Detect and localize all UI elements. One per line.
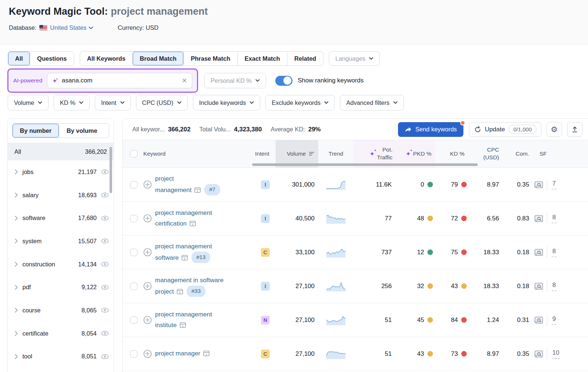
row-checkbox[interactable] [130,249,137,256]
keyword-link[interactable]: projectmanagement#7 [155,174,220,195]
row-checkbox[interactable] [130,283,137,290]
sidebar-item-software[interactable]: software 17,680 [8,206,114,230]
chevron-right-icon[interactable] [15,238,18,244]
update-button[interactable]: Update 0/1,000 [469,122,541,137]
tab-related[interactable]: Related [287,52,323,65]
sidebar-item-system[interactable]: system 15,507 [8,230,114,253]
filter-exclude-keywords[interactable]: Exclude keywords [265,95,335,110]
sidebar-item-salary[interactable]: salary 18,693 [8,184,114,207]
serp-page-icon[interactable] [180,322,186,328]
serp-preview-icon[interactable] [534,181,543,188]
add-keyword-icon[interactable] [143,316,152,324]
filter-advanced-filters[interactable]: Advanced filters [340,95,404,110]
serp-page-icon[interactable] [177,289,183,294]
chevron-right-icon[interactable] [15,262,18,267]
settings-button[interactable]: ⚙ [546,122,562,137]
chevron-right-icon[interactable] [15,216,18,221]
keyword-link[interactable]: project managementcertification [155,208,212,228]
personal-kd-dropdown[interactable]: Personal KD % [204,73,266,88]
sf-count[interactable]: 8 [552,281,556,291]
trend-sparkline [326,213,346,224]
sidebar-item-course[interactable]: course 8,065 [8,299,114,322]
column-com[interactable]: Com. [508,140,534,167]
filter-kd-[interactable]: KD % [54,95,90,110]
show-ranking-keywords-toggle[interactable] [275,76,293,86]
eye-icon[interactable] [101,354,109,359]
sidebar-item-certificate[interactable]: certificate 8,054 [8,322,114,345]
group-list: jobs 21,197 salary 18,693 software 17,68… [8,160,114,368]
sf-count[interactable]: 8 [552,214,556,223]
filter-volume[interactable]: Volume [8,95,49,110]
sidebar-item-tool[interactable]: tool 8,051 [8,345,114,368]
languages-dropdown[interactable]: Languages [329,51,380,66]
tab-all[interactable]: All [8,52,30,65]
eye-icon[interactable] [101,285,109,290]
domain-input[interactable]: asana.com ✕ [47,73,192,88]
keyword-link[interactable]: project managementsoftware#13 [155,241,212,263]
add-keyword-icon[interactable] [143,180,152,189]
serp-preview-icon[interactable] [534,283,543,290]
sidebar-item-jobs[interactable]: jobs 21,197 [8,160,114,184]
sf-cell: 9 [534,314,582,326]
sidebar-scrollbar[interactable] [110,147,112,193]
tab-phrase-match[interactable]: Phrase Match [183,52,237,65]
sidebar-tab-by-volume[interactable]: By volume [59,124,104,138]
select-all-checkbox[interactable] [130,150,137,157]
serp-page-icon[interactable] [203,351,209,356]
row-checkbox[interactable] [130,316,137,324]
serp-preview-icon[interactable] [534,215,543,222]
serp-page-icon[interactable] [194,187,201,193]
keyword-link[interactable]: management in softwareproject#33 [155,275,223,297]
row-checkbox[interactable] [130,215,137,222]
sidebar-tab-by-number[interactable]: By number [12,124,59,138]
horizontal-scrollbar[interactable] [252,163,478,166]
chevron-right-icon[interactable] [15,285,18,290]
column-keyword[interactable]: Keyword [143,140,255,167]
add-keyword-icon[interactable] [143,214,152,223]
sidebar-item-pdf[interactable]: pdf 9,122 [8,276,114,299]
serp-page-icon[interactable] [190,221,196,226]
add-keyword-icon[interactable] [143,350,152,358]
sf-count[interactable]: 7 [552,180,556,189]
database-selector[interactable]: United States [50,24,86,31]
sidebar-item-all[interactable]: All 366,202 [8,143,114,160]
chevron-right-icon[interactable] [15,169,18,174]
chevron-right-icon[interactable] [15,192,18,198]
tab-exact-match[interactable]: Exact Match [237,52,287,65]
eye-icon[interactable] [101,192,109,198]
eye-icon[interactable] [101,331,109,336]
sf-count[interactable]: 8 [552,248,556,257]
serp-page-icon[interactable] [182,255,188,261]
eye-icon[interactable] [101,308,109,313]
tab-questions[interactable]: Questions [30,52,74,65]
add-keyword-icon[interactable] [143,282,152,290]
serp-preview-icon[interactable] [534,316,543,324]
chevron-right-icon[interactable] [15,331,18,336]
chevron-right-icon[interactable] [15,354,18,359]
filter-cpc-usd-[interactable]: CPC (USD) [136,95,188,110]
keyword-link[interactable]: project manager [155,348,209,359]
serp-preview-icon[interactable] [534,249,543,256]
sidebar-item-construction[interactable]: construction 14,134 [8,253,114,276]
add-keyword-icon[interactable] [143,248,152,256]
filter-intent[interactable]: Intent [95,95,130,110]
eye-icon[interactable] [101,238,109,244]
eye-icon[interactable] [101,169,109,174]
tab-all-keywords[interactable]: All Keywords [80,52,133,65]
eye-icon[interactable] [101,216,109,221]
send-keywords-button[interactable]: Send keywords [398,122,463,137]
sf-count[interactable]: 10 [552,349,560,359]
filter-include-keywords[interactable]: Include keywords [193,95,260,110]
row-checkbox[interactable] [130,181,137,188]
sf-count[interactable]: 9 [552,315,556,325]
export-button[interactable] [567,122,582,137]
keyword-link[interactable]: project managementinstitute [155,309,212,330]
clear-input-icon[interactable]: ✕ [182,77,187,85]
eye-icon[interactable] [101,262,109,267]
serp-preview-icon[interactable] [534,350,543,358]
chevron-down-icon[interactable] [89,26,93,29]
tab-broad-match[interactable]: Broad Match [132,52,183,65]
chevron-right-icon[interactable] [15,308,18,313]
row-checkbox[interactable] [130,350,137,358]
column-sf[interactable]: SF [534,140,582,167]
